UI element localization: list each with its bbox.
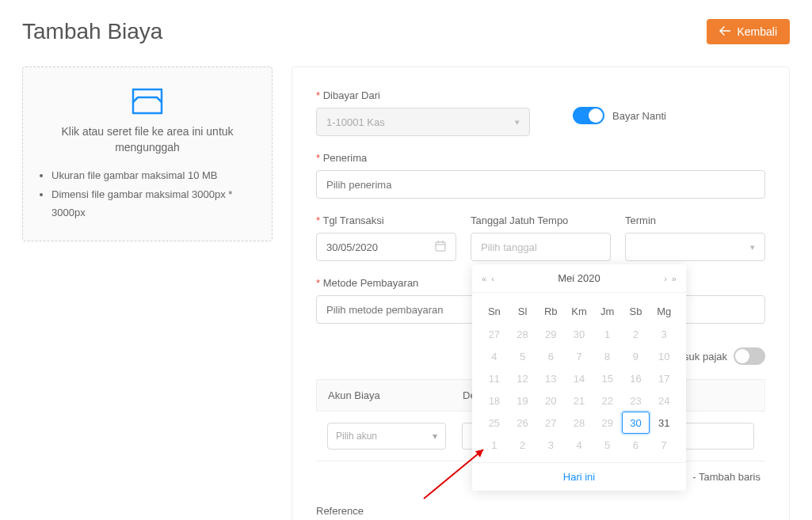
penerima-label: Penerima bbox=[316, 152, 765, 164]
dp-day[interactable]: 18 bbox=[480, 389, 509, 412]
dp-day[interactable]: 6 bbox=[536, 345, 565, 367]
dibayar-dari-label: Dibayar Dari bbox=[316, 89, 530, 101]
dibayar-dari-select[interactable]: 1-10001 Kas ▾ bbox=[316, 108, 530, 136]
dp-day[interactable]: 22 bbox=[593, 389, 622, 412]
dp-day[interactable]: 10 bbox=[650, 345, 678, 367]
dp-day[interactable]: 2 bbox=[509, 434, 537, 456]
dp-day[interactable]: 1 bbox=[593, 323, 622, 345]
dp-day[interactable]: 5 bbox=[593, 434, 622, 456]
pilih-akun-select[interactable]: Pilih akun ▾ bbox=[327, 423, 446, 450]
dp-weekday: Mg bbox=[650, 299, 678, 323]
upload-text: Klik atau seret file ke area ini untuk m… bbox=[37, 124, 257, 155]
dp-day[interactable]: 20 bbox=[536, 389, 565, 412]
dp-day[interactable]: 8 bbox=[593, 345, 622, 367]
dp-day[interactable]: 30 bbox=[565, 323, 593, 345]
chevron-down-icon: ▾ bbox=[750, 242, 755, 252]
dp-day[interactable]: 15 bbox=[593, 367, 622, 389]
back-button[interactable]: Kembali bbox=[707, 19, 790, 44]
dp-day[interactable]: 7 bbox=[565, 345, 593, 367]
tgl-jatuh-tempo-label: Tanggal Jatuh Tempo bbox=[471, 214, 611, 226]
svg-rect-0 bbox=[436, 242, 445, 251]
dp-day[interactable]: 28 bbox=[509, 323, 537, 345]
dp-day[interactable]: 17 bbox=[650, 367, 678, 389]
dp-day[interactable]: 12 bbox=[509, 367, 537, 389]
bayar-nanti-label: Bayar Nanti bbox=[612, 110, 666, 122]
upload-dropzone[interactable]: Klik atau seret file ke area ini untuk m… bbox=[22, 66, 273, 241]
dp-day[interactable]: 11 bbox=[480, 367, 509, 389]
reference-label: Reference bbox=[316, 505, 765, 517]
dp-weekday: Sb bbox=[622, 299, 650, 323]
tgl-transaksi-value: 30/05/2020 bbox=[326, 241, 378, 253]
dp-next-month-icon[interactable]: › bbox=[664, 274, 667, 283]
dp-day[interactable]: 4 bbox=[565, 434, 593, 456]
termin-select[interactable]: ▾ bbox=[625, 233, 765, 261]
dp-prev-month-icon[interactable]: ‹ bbox=[491, 274, 494, 283]
dp-weekday: Sn bbox=[480, 299, 509, 323]
tgl-transaksi-label: Tgl Transaksi bbox=[316, 214, 456, 226]
page-title: Tambah Biaya bbox=[22, 19, 162, 44]
dp-today-link[interactable]: Hari ini bbox=[472, 462, 686, 491]
dp-day[interactable]: 31 bbox=[650, 412, 678, 434]
dp-day[interactable]: 6 bbox=[622, 434, 650, 456]
dp-day[interactable]: 16 bbox=[622, 367, 650, 389]
dp-day[interactable]: 9 bbox=[622, 345, 650, 367]
dp-day[interactable]: 28 bbox=[565, 412, 593, 434]
dp-day[interactable]: 27 bbox=[536, 412, 565, 434]
dp-day[interactable]: 21 bbox=[565, 389, 593, 412]
dp-day[interactable]: 1 bbox=[480, 434, 509, 456]
dp-day[interactable]: 29 bbox=[536, 323, 565, 345]
dp-day[interactable]: 3 bbox=[536, 434, 565, 456]
dp-day[interactable]: 29 bbox=[593, 412, 622, 434]
calendar-icon bbox=[435, 241, 446, 254]
tgl-jatuh-tempo-placeholder: Pilih tanggal bbox=[481, 241, 537, 253]
dp-weekday: Km bbox=[565, 299, 593, 323]
pajak-toggle[interactable] bbox=[734, 347, 765, 365]
dp-day[interactable]: 14 bbox=[565, 367, 593, 389]
dp-day[interactable]: 30 bbox=[622, 412, 650, 434]
dp-day[interactable]: 19 bbox=[509, 389, 537, 412]
dp-day[interactable]: 2 bbox=[622, 323, 650, 345]
dp-weekday: Sl bbox=[509, 299, 537, 323]
dibayar-dari-value: 1-10001 Kas bbox=[326, 116, 385, 128]
chevron-down-icon: ▾ bbox=[515, 117, 520, 127]
dp-day[interactable]: 26 bbox=[509, 412, 537, 434]
termin-label: Termin bbox=[625, 214, 765, 226]
tgl-transaksi-input[interactable]: 30/05/2020 bbox=[316, 233, 456, 261]
dp-weekday: Jm bbox=[593, 299, 622, 323]
dp-day[interactable]: 3 bbox=[650, 323, 678, 345]
arrow-left-icon bbox=[719, 25, 730, 38]
dp-day[interactable]: 13 bbox=[536, 367, 565, 389]
dp-day[interactable]: 7 bbox=[650, 434, 678, 456]
dp-day[interactable]: 25 bbox=[480, 412, 509, 434]
inbox-icon bbox=[37, 86, 257, 116]
bayar-nanti-toggle[interactable] bbox=[573, 107, 604, 124]
back-button-label: Kembali bbox=[737, 25, 777, 38]
upload-hint-2: Dimensi file gambar maksimal 3000px * 30… bbox=[51, 185, 257, 222]
dp-day[interactable]: 5 bbox=[509, 345, 537, 367]
dp-month-title[interactable]: Mei 2020 bbox=[558, 272, 600, 284]
akun-biaya-header: Akun Biaya bbox=[328, 389, 447, 401]
pilih-akun-placeholder: Pilih akun bbox=[336, 431, 377, 442]
dp-day[interactable]: 27 bbox=[480, 323, 509, 345]
dp-day[interactable]: 4 bbox=[480, 345, 509, 367]
chevron-down-icon: ▾ bbox=[433, 431, 437, 442]
tgl-jatuh-tempo-input[interactable]: Pilih tanggal bbox=[471, 233, 611, 261]
dp-day[interactable]: 23 bbox=[622, 389, 650, 412]
penerima-input[interactable] bbox=[316, 170, 765, 199]
upload-hint-1: Ukuran file gambar maksimal 10 MB bbox=[51, 166, 257, 184]
dp-weekday: Rb bbox=[536, 299, 565, 323]
dp-day[interactable]: 24 bbox=[650, 389, 678, 412]
dp-prev-year-icon[interactable]: « bbox=[482, 274, 486, 283]
datepicker-popup: « ‹ Mei 2020 › » SnSlRbKmJmSbMg272829301… bbox=[472, 264, 686, 491]
dp-next-year-icon[interactable]: » bbox=[672, 274, 677, 283]
